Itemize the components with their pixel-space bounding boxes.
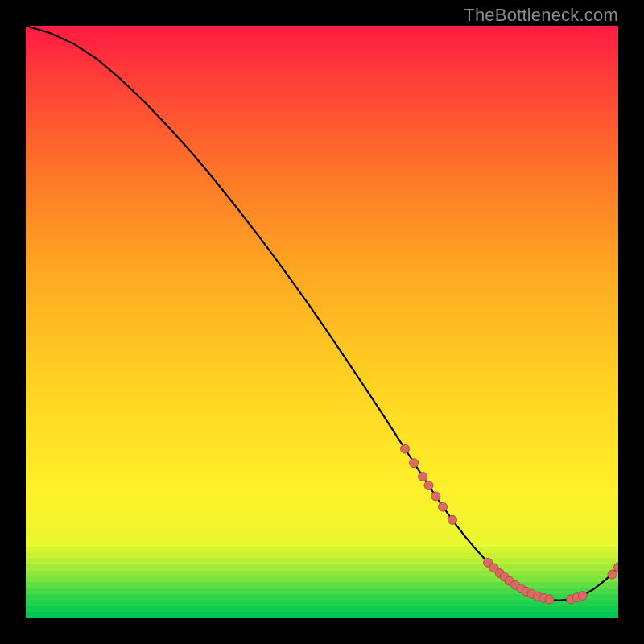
data-marker: [410, 459, 419, 468]
data-marker: [439, 502, 448, 511]
data-marker: [608, 570, 617, 579]
data-marker: [545, 595, 554, 604]
marker-group: [401, 444, 619, 604]
data-marker: [578, 592, 587, 601]
data-marker: [401, 444, 410, 453]
chart-stage: TheBottleneck.com: [0, 0, 644, 644]
data-marker: [419, 473, 427, 481]
watermark-label: TheBottleneck.com: [464, 5, 618, 26]
data-marker: [431, 492, 440, 501]
chart-overlay: [26, 26, 618, 618]
data-marker: [448, 515, 456, 524]
plot-area: [26, 26, 618, 618]
bottleneck-curve-path: [26, 26, 618, 601]
data-marker: [424, 481, 433, 490]
